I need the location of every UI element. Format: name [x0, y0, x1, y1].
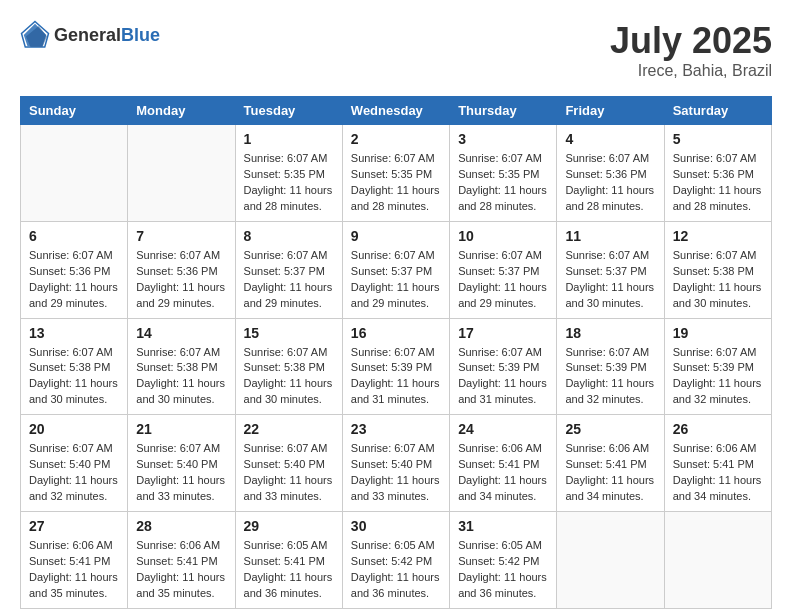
day-number: 19 — [673, 325, 763, 341]
calendar-header-row: Sunday Monday Tuesday Wednesday Thursday… — [21, 97, 772, 125]
day-number: 3 — [458, 131, 548, 147]
day-number: 21 — [136, 421, 226, 437]
day-number: 6 — [29, 228, 119, 244]
cell-info: Sunrise: 6:07 AM Sunset: 5:36 PM Dayligh… — [565, 151, 655, 215]
day-number: 1 — [244, 131, 334, 147]
cell-info: Sunrise: 6:07 AM Sunset: 5:38 PM Dayligh… — [136, 345, 226, 409]
table-row: 26Sunrise: 6:06 AM Sunset: 5:41 PM Dayli… — [664, 415, 771, 512]
cell-info: Sunrise: 6:07 AM Sunset: 5:37 PM Dayligh… — [351, 248, 441, 312]
day-number: 4 — [565, 131, 655, 147]
logo-blue: Blue — [121, 25, 160, 46]
calendar-week-row: 6Sunrise: 6:07 AM Sunset: 5:36 PM Daylig… — [21, 221, 772, 318]
table-row: 27Sunrise: 6:06 AM Sunset: 5:41 PM Dayli… — [21, 512, 128, 609]
col-thursday: Thursday — [450, 97, 557, 125]
table-row: 24Sunrise: 6:06 AM Sunset: 5:41 PM Dayli… — [450, 415, 557, 512]
day-number: 2 — [351, 131, 441, 147]
col-tuesday: Tuesday — [235, 97, 342, 125]
table-row: 31Sunrise: 6:05 AM Sunset: 5:42 PM Dayli… — [450, 512, 557, 609]
cell-info: Sunrise: 6:07 AM Sunset: 5:39 PM Dayligh… — [351, 345, 441, 409]
day-number: 13 — [29, 325, 119, 341]
day-number: 5 — [673, 131, 763, 147]
table-row: 23Sunrise: 6:07 AM Sunset: 5:40 PM Dayli… — [342, 415, 449, 512]
table-row — [21, 125, 128, 222]
table-row: 10Sunrise: 6:07 AM Sunset: 5:37 PM Dayli… — [450, 221, 557, 318]
cell-info: Sunrise: 6:07 AM Sunset: 5:35 PM Dayligh… — [244, 151, 334, 215]
table-row: 22Sunrise: 6:07 AM Sunset: 5:40 PM Dayli… — [235, 415, 342, 512]
table-row: 5Sunrise: 6:07 AM Sunset: 5:36 PM Daylig… — [664, 125, 771, 222]
cell-info: Sunrise: 6:06 AM Sunset: 5:41 PM Dayligh… — [565, 441, 655, 505]
table-row: 8Sunrise: 6:07 AM Sunset: 5:37 PM Daylig… — [235, 221, 342, 318]
day-number: 17 — [458, 325, 548, 341]
cell-info: Sunrise: 6:07 AM Sunset: 5:40 PM Dayligh… — [244, 441, 334, 505]
day-number: 8 — [244, 228, 334, 244]
day-number: 15 — [244, 325, 334, 341]
col-saturday: Saturday — [664, 97, 771, 125]
table-row: 11Sunrise: 6:07 AM Sunset: 5:37 PM Dayli… — [557, 221, 664, 318]
cell-info: Sunrise: 6:07 AM Sunset: 5:35 PM Dayligh… — [458, 151, 548, 215]
cell-info: Sunrise: 6:07 AM Sunset: 5:38 PM Dayligh… — [29, 345, 119, 409]
cell-info: Sunrise: 6:06 AM Sunset: 5:41 PM Dayligh… — [29, 538, 119, 602]
day-number: 11 — [565, 228, 655, 244]
cell-info: Sunrise: 6:07 AM Sunset: 5:40 PM Dayligh… — [351, 441, 441, 505]
col-wednesday: Wednesday — [342, 97, 449, 125]
logo-icon — [20, 20, 50, 50]
day-number: 10 — [458, 228, 548, 244]
logo-text: General Blue — [54, 25, 160, 46]
table-row: 17Sunrise: 6:07 AM Sunset: 5:39 PM Dayli… — [450, 318, 557, 415]
cell-info: Sunrise: 6:07 AM Sunset: 5:36 PM Dayligh… — [136, 248, 226, 312]
day-number: 14 — [136, 325, 226, 341]
table-row: 12Sunrise: 6:07 AM Sunset: 5:38 PM Dayli… — [664, 221, 771, 318]
table-row: 30Sunrise: 6:05 AM Sunset: 5:42 PM Dayli… — [342, 512, 449, 609]
table-row: 14Sunrise: 6:07 AM Sunset: 5:38 PM Dayli… — [128, 318, 235, 415]
day-number: 27 — [29, 518, 119, 534]
cell-info: Sunrise: 6:07 AM Sunset: 5:39 PM Dayligh… — [458, 345, 548, 409]
day-number: 22 — [244, 421, 334, 437]
cell-info: Sunrise: 6:05 AM Sunset: 5:42 PM Dayligh… — [351, 538, 441, 602]
col-monday: Monday — [128, 97, 235, 125]
cell-info: Sunrise: 6:06 AM Sunset: 5:41 PM Dayligh… — [458, 441, 548, 505]
cell-info: Sunrise: 6:07 AM Sunset: 5:37 PM Dayligh… — [244, 248, 334, 312]
cell-info: Sunrise: 6:07 AM Sunset: 5:39 PM Dayligh… — [565, 345, 655, 409]
table-row: 4Sunrise: 6:07 AM Sunset: 5:36 PM Daylig… — [557, 125, 664, 222]
cell-info: Sunrise: 6:07 AM Sunset: 5:37 PM Dayligh… — [458, 248, 548, 312]
day-number: 29 — [244, 518, 334, 534]
logo-general: General — [54, 25, 121, 46]
table-row: 18Sunrise: 6:07 AM Sunset: 5:39 PM Dayli… — [557, 318, 664, 415]
table-row: 15Sunrise: 6:07 AM Sunset: 5:38 PM Dayli… — [235, 318, 342, 415]
day-number: 26 — [673, 421, 763, 437]
table-row: 2Sunrise: 6:07 AM Sunset: 5:35 PM Daylig… — [342, 125, 449, 222]
cell-info: Sunrise: 6:05 AM Sunset: 5:42 PM Dayligh… — [458, 538, 548, 602]
table-row: 21Sunrise: 6:07 AM Sunset: 5:40 PM Dayli… — [128, 415, 235, 512]
table-row: 6Sunrise: 6:07 AM Sunset: 5:36 PM Daylig… — [21, 221, 128, 318]
cell-info: Sunrise: 6:07 AM Sunset: 5:40 PM Dayligh… — [136, 441, 226, 505]
col-friday: Friday — [557, 97, 664, 125]
table-row: 7Sunrise: 6:07 AM Sunset: 5:36 PM Daylig… — [128, 221, 235, 318]
cell-info: Sunrise: 6:07 AM Sunset: 5:39 PM Dayligh… — [673, 345, 763, 409]
cell-info: Sunrise: 6:06 AM Sunset: 5:41 PM Dayligh… — [673, 441, 763, 505]
table-row — [557, 512, 664, 609]
table-row: 19Sunrise: 6:07 AM Sunset: 5:39 PM Dayli… — [664, 318, 771, 415]
day-number: 7 — [136, 228, 226, 244]
day-number: 25 — [565, 421, 655, 437]
day-number: 18 — [565, 325, 655, 341]
month-title: July 2025 — [610, 20, 772, 62]
cell-info: Sunrise: 6:07 AM Sunset: 5:40 PM Dayligh… — [29, 441, 119, 505]
day-number: 30 — [351, 518, 441, 534]
cell-info: Sunrise: 6:07 AM Sunset: 5:35 PM Dayligh… — [351, 151, 441, 215]
cell-info: Sunrise: 6:07 AM Sunset: 5:38 PM Dayligh… — [673, 248, 763, 312]
table-row: 25Sunrise: 6:06 AM Sunset: 5:41 PM Dayli… — [557, 415, 664, 512]
table-row: 28Sunrise: 6:06 AM Sunset: 5:41 PM Dayli… — [128, 512, 235, 609]
table-row — [664, 512, 771, 609]
table-row — [128, 125, 235, 222]
cell-info: Sunrise: 6:05 AM Sunset: 5:41 PM Dayligh… — [244, 538, 334, 602]
day-number: 28 — [136, 518, 226, 534]
table-row: 13Sunrise: 6:07 AM Sunset: 5:38 PM Dayli… — [21, 318, 128, 415]
cell-info: Sunrise: 6:07 AM Sunset: 5:36 PM Dayligh… — [673, 151, 763, 215]
cell-info: Sunrise: 6:07 AM Sunset: 5:37 PM Dayligh… — [565, 248, 655, 312]
calendar-table: Sunday Monday Tuesday Wednesday Thursday… — [20, 96, 772, 609]
page-header: General Blue July 2025 Irece, Bahia, Bra… — [20, 20, 772, 80]
day-number: 20 — [29, 421, 119, 437]
table-row: 9Sunrise: 6:07 AM Sunset: 5:37 PM Daylig… — [342, 221, 449, 318]
calendar-week-row: 1Sunrise: 6:07 AM Sunset: 5:35 PM Daylig… — [21, 125, 772, 222]
title-block: July 2025 Irece, Bahia, Brazil — [610, 20, 772, 80]
